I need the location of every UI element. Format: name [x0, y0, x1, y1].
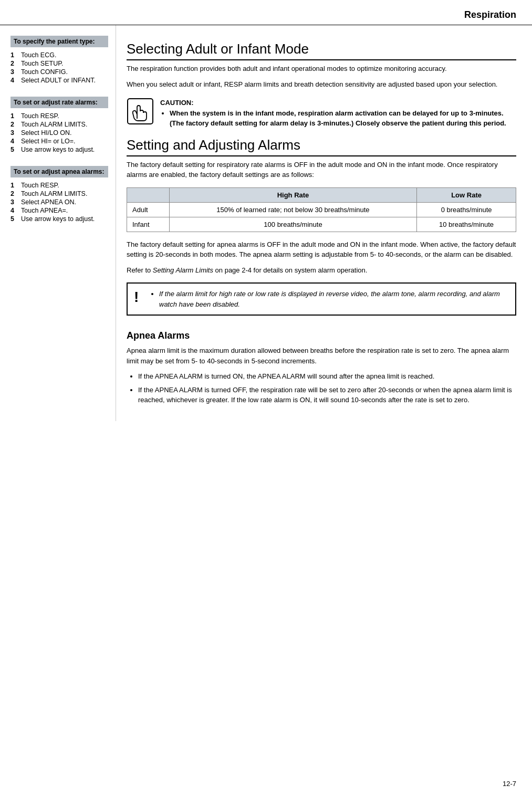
list-item: 1Touch RESP. — [11, 112, 108, 120]
sidebar-section-title-rate: To set or adjust rate alarms: — [11, 97, 108, 108]
table-col-low: Low Rate — [417, 187, 516, 202]
list-item: 3Select HI/LO ON. — [11, 129, 108, 137]
sidebar: To specify the patient type: 1Touch ECG.… — [0, 25, 116, 421]
table-cell-infant-label: Infant — [127, 217, 170, 232]
caution-list: When the system is in the infant mode, r… — [160, 108, 516, 129]
page-header: Respiration — [0, 0, 532, 25]
list-item: 4Select HI= or LO=. — [11, 138, 108, 145]
list-item: 1Touch ECG. — [11, 51, 108, 59]
list-item: If the APNEA ALARM is turned ON, the APN… — [138, 371, 516, 382]
section1-para1: The respiration function provides both a… — [127, 64, 516, 74]
section1-heading: Selecting Adult or Infant Mode — [127, 41, 516, 60]
sidebar-steps-rate: 1Touch RESP. 2Touch ALARM LIMITS. 3Selec… — [11, 112, 108, 153]
section1-para2: When you select adult or infant, RESP al… — [127, 79, 516, 90]
table-col-empty — [127, 187, 170, 202]
section2-para2: The factory default setting for apnea al… — [127, 239, 516, 260]
page-footer: 12-7 — [503, 780, 516, 788]
alarm-table: High Rate Low Rate Adult 150% of learned… — [127, 187, 516, 232]
list-item: 2Touch ALARM LIMITS. — [11, 121, 108, 128]
list-item: 1Touch RESP. — [11, 182, 108, 189]
note-box: ! If the alarm limit for high rate or lo… — [127, 282, 516, 316]
table-cell-infant-low: 10 breaths/minute — [417, 217, 516, 232]
table-cell-adult-label: Adult — [127, 202, 170, 217]
page-title: Respiration — [464, 9, 516, 20]
caution-text: CAUTION: When the system is in the infan… — [160, 98, 516, 129]
sidebar-section-title-specify: To specify the patient type: — [11, 36, 108, 47]
table-col-high: High Rate — [169, 187, 416, 202]
section2-para1: The factory default setting for respirat… — [127, 160, 516, 180]
list-item: 5Use arrow keys to adjust. — [11, 146, 108, 153]
list-item: 4Select ADULT or INFANT. — [11, 77, 108, 84]
table-row: Adult 150% of learned rate; not below 30… — [127, 202, 516, 217]
section3-bullet-list: If the APNEA ALARM is turned ON, the APN… — [127, 371, 516, 405]
sidebar-section-apnea-alarms: To set or adjust apnea alarms: 1Touch RE… — [11, 166, 108, 223]
caution-hand-icon — [127, 98, 154, 127]
note-text: If the alarm limit for high rate or low … — [151, 289, 509, 309]
table-cell-infant-high: 100 breaths/minute — [169, 217, 416, 232]
table-row: Infant 100 breaths/minute 10 breaths/min… — [127, 217, 516, 232]
list-item: 5Use arrow keys to adjust. — [11, 215, 108, 223]
section2-heading: Setting and Adjusting Alarms — [127, 137, 516, 156]
list-item: 2Touch SETUP. — [11, 60, 108, 67]
list-item: 2Touch ALARM LIMITS. — [11, 190, 108, 197]
page-number: 12-7 — [503, 780, 516, 788]
section3-heading: Apnea Alarms — [127, 330, 516, 341]
caution-box: CAUTION: When the system is in the infan… — [127, 98, 516, 129]
sidebar-section-specify-patient: To specify the patient type: 1Touch ECG.… — [11, 36, 108, 84]
sidebar-section-rate-alarms: To set or adjust rate alarms: 1Touch RES… — [11, 97, 108, 153]
list-item: 3Select APNEA ON. — [11, 198, 108, 206]
page-body: To specify the patient type: 1Touch ECG.… — [0, 25, 532, 421]
note-list: If the alarm limit for high rate or low … — [151, 289, 509, 309]
caution-item: When the system is in the infant mode, r… — [170, 108, 516, 129]
exclamation-icon: ! — [134, 290, 144, 305]
section2-para3: Refer to Setting Alarm Limits on page 2-… — [127, 265, 516, 276]
note-item: If the alarm limit for high rate or low … — [159, 289, 509, 309]
section3-para1: Apnea alarm limit is the maximum duratio… — [127, 345, 516, 366]
sidebar-steps-specify: 1Touch ECG. 2Touch SETUP. 3Touch CONFIG.… — [11, 51, 108, 84]
caution-label: CAUTION: — [160, 99, 194, 107]
sidebar-section-title-apnea: To set or adjust apnea alarms: — [11, 166, 108, 177]
table-cell-adult-low: 0 breaths/minute — [417, 202, 516, 217]
main-content: Selecting Adult or Infant Mode The respi… — [116, 25, 532, 421]
sidebar-steps-apnea: 1Touch RESP. 2Touch ALARM LIMITS. 3Selec… — [11, 182, 108, 223]
list-item: If the APNEA ALARM is turned OFF, the re… — [138, 385, 516, 405]
list-item: 3Touch CONFIG. — [11, 68, 108, 76]
list-item: 4Touch APNEA=. — [11, 207, 108, 214]
table-cell-adult-high: 150% of learned rate; not below 30 breat… — [169, 202, 416, 217]
